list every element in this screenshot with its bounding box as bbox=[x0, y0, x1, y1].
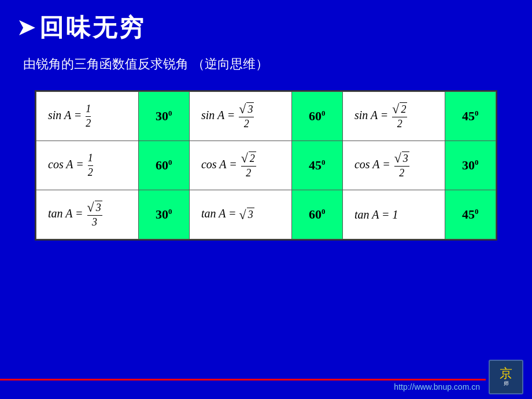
answer-cell-30-2: 300 bbox=[445, 141, 496, 190]
logo-label: 师 bbox=[504, 380, 509, 387]
subtitle-text: 由锐角的三角函数值反求锐角 （逆向思维） bbox=[23, 56, 515, 73]
main-table-container: sin A = 1 2 300 sin A = √3 bbox=[35, 90, 497, 241]
answer-cell-30-1: 300 bbox=[138, 92, 189, 141]
formula-cell-cos-sqrt3-2: cos A = √3 2 bbox=[342, 141, 445, 190]
formula-cell-cos-half: cos A = 1 2 bbox=[36, 141, 139, 190]
formula-cell-sin-sqrt3-2: sin A = √3 2 bbox=[189, 92, 291, 141]
answer-cell-60-1: 600 bbox=[291, 92, 342, 141]
logo: 京 师 bbox=[489, 360, 523, 394]
footer: http://www.bnup.com.cn 京 师 bbox=[0, 355, 532, 399]
logo-icon: 京 bbox=[500, 367, 512, 380]
formula-cell-tan-1: tan A = 1 bbox=[342, 190, 445, 239]
formula-cell-sin-half: sin A = 1 2 bbox=[36, 92, 139, 141]
answer-cell-45-2: 450 bbox=[291, 141, 342, 190]
table-row: tan A = √3 3 300 tan A = √3 600 bbox=[36, 190, 496, 239]
trig-table: sin A = 1 2 300 sin A = √3 bbox=[36, 91, 496, 239]
formula-cell-sin-sqrt2-2: sin A = √2 2 bbox=[342, 92, 445, 141]
answer-cell-45-1: 450 bbox=[445, 92, 496, 141]
formula-cell-tan-sqrt3: tan A = √3 bbox=[189, 190, 291, 239]
title-area: ➤ 回味无穷 bbox=[17, 12, 515, 44]
title-text: 回味无穷 bbox=[39, 12, 146, 44]
formula-cell-cos-sqrt2-2: cos A = √2 2 bbox=[189, 141, 291, 190]
footer-url: http://www.bnup.com.cn bbox=[394, 382, 480, 391]
table-row: sin A = 1 2 300 sin A = √3 bbox=[36, 92, 496, 141]
formula-cell-tan-sqrt3-3: tan A = √3 3 bbox=[36, 190, 139, 239]
table-row: cos A = 1 2 600 cos A = √2 bbox=[36, 141, 496, 190]
answer-cell-60-3: 600 bbox=[291, 190, 342, 239]
slide: ➤ 回味无穷 由锐角的三角函数值反求锐角 （逆向思维） sin A = 1 2 … bbox=[0, 0, 532, 399]
title-arrow-icon: ➤ bbox=[17, 16, 35, 40]
red-divider bbox=[0, 379, 486, 380]
answer-cell-60-2: 600 bbox=[138, 141, 189, 190]
answer-cell-45-3: 450 bbox=[445, 190, 496, 239]
answer-cell-30-3: 300 bbox=[138, 190, 189, 239]
